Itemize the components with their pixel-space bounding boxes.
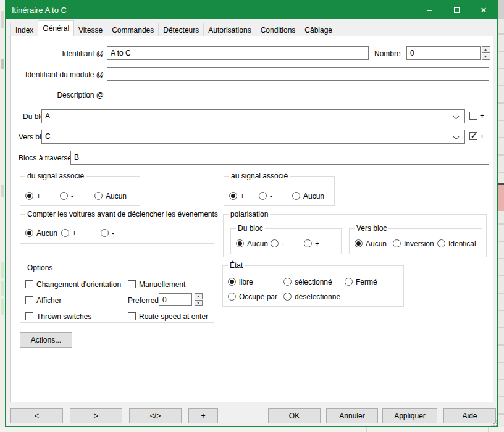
radio-polar-du-plus[interactable]: + — [304, 239, 319, 248]
spinner-up-icon[interactable] — [195, 293, 203, 299]
du-bloc-combobox[interactable]: A — [41, 109, 465, 123]
radio-du-signal-minus[interactable]: - — [60, 191, 74, 201]
nav-add-button[interactable]: + — [188, 408, 218, 423]
radio-etat-deselectionne[interactable]: déselectionné — [284, 292, 340, 301]
background-bottom-strip — [0, 427, 504, 432]
du-bloc-plus-checkbox[interactable] — [469, 112, 477, 120]
group-options-title: Options — [25, 264, 54, 273]
help-button[interactable]: Aide — [443, 408, 496, 423]
resize-grip[interactable] — [494, 423, 495, 424]
radio-label: libre — [239, 278, 253, 286]
vers-bloc-combobox[interactable]: C — [41, 130, 465, 144]
vers-bloc-plus-label: + — [480, 132, 484, 141]
cancel-button[interactable]: Annuler — [326, 408, 378, 423]
radio-polar-du-minus[interactable]: - — [271, 239, 284, 248]
radio-label: + — [315, 239, 319, 248]
title-bar[interactable]: Itinéraire A to C – ✕ — [6, 1, 497, 19]
background-fragment — [498, 185, 504, 211]
radio-icon — [284, 278, 292, 286]
radio-etat-ferme[interactable]: Fermé — [345, 277, 377, 286]
radio-du-signal-plus[interactable]: + — [25, 191, 41, 201]
radio-label: + — [72, 229, 77, 238]
module-label: Identifiant du module @ — [11, 70, 104, 80]
checkbox-icon — [25, 312, 33, 320]
spinner-down-icon[interactable] — [195, 300, 203, 306]
vers-bloc-plus-checkbox[interactable] — [469, 132, 477, 140]
checkbox-afficher[interactable]: Afficher — [25, 296, 61, 305]
group-polarisation-title: polarisation — [229, 210, 270, 219]
spinner-down-icon[interactable] — [482, 54, 490, 60]
group-etat-title: État — [228, 261, 245, 270]
nav-code-button[interactable]: </> — [129, 408, 182, 423]
radio-label: Occupé par — [239, 293, 277, 301]
checkbox-manuellement[interactable]: Manuellement — [128, 280, 185, 289]
tab-general[interactable]: Général — [38, 20, 74, 36]
background-fragment — [488, 427, 489, 432]
radio-label: Aucun — [366, 239, 387, 248]
radio-du-signal-aucun[interactable]: Aucun — [94, 191, 127, 201]
module-input[interactable] — [107, 67, 489, 81]
radio-etat-libre[interactable]: libre — [228, 277, 253, 286]
window-controls: – ✕ — [416, 1, 497, 19]
group-polarisation-vers-bloc-title: Vers bloc — [355, 224, 388, 233]
radio-label: - — [71, 192, 74, 201]
group-compter-title: Compter les voitures avant de déclencher… — [25, 210, 220, 219]
radio-label: Fermé — [356, 278, 377, 286]
identifiant-input[interactable]: A to C — [107, 46, 369, 60]
group-etat: État libre sélectionné Fermé Occupé par … — [222, 265, 404, 307]
radio-etat-selectionne[interactable]: sélectionné — [284, 277, 332, 286]
radio-icon — [229, 192, 237, 200]
tab-cablage[interactable]: Câblage — [300, 23, 337, 36]
tab-vitesse[interactable]: Vitesse — [74, 23, 107, 36]
radio-polar-vers-identical[interactable]: Identical — [437, 239, 476, 248]
radio-au-signal-plus[interactable]: + — [229, 191, 245, 201]
radio-compter-aucun[interactable]: Aucun — [25, 228, 57, 238]
radio-label: Identical — [448, 239, 476, 248]
tab-conditions[interactable]: Conditions — [256, 23, 301, 36]
radio-label: - — [112, 229, 114, 238]
nombre-input[interactable]: 0 — [406, 46, 481, 60]
radio-label: - — [270, 192, 272, 201]
radio-icon — [292, 192, 300, 200]
group-du-signal-associe: du signal associé + - Aucun — [20, 176, 140, 206]
radio-polar-vers-aucun[interactable]: Aucun — [355, 239, 387, 248]
radio-icon — [355, 239, 363, 247]
radio-label: Inversion — [404, 239, 434, 248]
description-input[interactable] — [107, 88, 489, 101]
minimize-button[interactable]: – — [416, 1, 443, 19]
radio-label: Aucun — [247, 239, 268, 248]
radio-compter-minus[interactable]: - — [101, 228, 114, 238]
radio-polar-du-aucun[interactable]: Aucun — [236, 239, 268, 248]
radio-au-signal-minus[interactable]: - — [259, 191, 272, 201]
radio-icon — [345, 278, 353, 286]
checkbox-thrown-switches[interactable]: Thrown switches — [25, 312, 91, 321]
maximize-button[interactable] — [443, 1, 470, 19]
nav-previous-button[interactable]: < — [10, 408, 63, 423]
checkbox-changement-orientation[interactable]: Changement d'orientation — [25, 280, 121, 289]
minimize-icon: – — [427, 6, 431, 15]
preferred-input[interactable]: 0 — [159, 293, 192, 306]
ok-button[interactable]: OK — [268, 408, 321, 423]
tab-autorisations[interactable]: Autorisations — [203, 23, 256, 36]
background-fragment — [366, 427, 367, 432]
tab-detecteurs[interactable]: Détecteurs — [158, 23, 204, 36]
spinner-up-icon[interactable] — [482, 46, 490, 53]
tab-index[interactable]: Index — [10, 23, 38, 36]
actions-button[interactable]: Actions... — [20, 332, 72, 348]
dialog-itineraire: Itinéraire A to C – ✕ Index Général Vite… — [5, 0, 498, 427]
group-options: Options Changement d'orientation Manuell… — [20, 268, 214, 323]
radio-label: - — [282, 239, 284, 248]
radio-etat-occupe-par[interactable]: Occupé par — [228, 292, 277, 301]
checkbox-route-speed[interactable]: Route speed at enter — [128, 312, 208, 321]
identifiant-label: Identifiant @ — [11, 49, 104, 59]
tab-commandes[interactable]: Commandes — [107, 23, 159, 36]
radio-polar-vers-inversion[interactable]: Inversion — [393, 239, 434, 248]
radio-au-signal-aucun[interactable]: Aucun — [292, 191, 324, 201]
du-bloc-plus-label: + — [480, 112, 484, 121]
apply-button[interactable]: Appliquer — [382, 408, 437, 423]
radio-compter-plus[interactable]: + — [61, 228, 77, 238]
blocs-a-traverser-input[interactable]: B — [70, 151, 489, 165]
radio-icon — [259, 192, 267, 200]
nav-next-button[interactable]: > — [70, 408, 122, 423]
close-button[interactable]: ✕ — [470, 1, 497, 19]
